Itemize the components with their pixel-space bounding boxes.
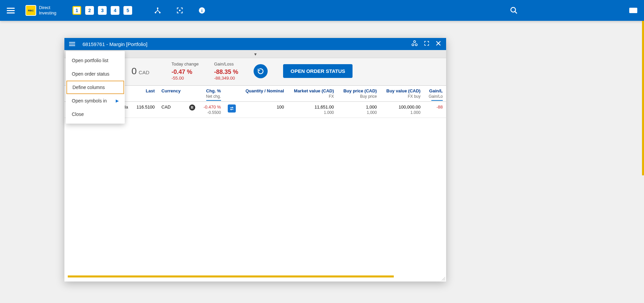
svg-line-7: [515, 11, 517, 13]
portfolio-value-currency: CAD: [139, 70, 150, 75]
workspace-2[interactable]: 2: [85, 6, 94, 15]
open-order-status-button[interactable]: OPEN ORDER STATUS: [283, 64, 353, 78]
col-bp[interactable]: Buy price (CAD)Buy price: [337, 86, 380, 102]
submenu-arrow-icon: ▶: [116, 98, 119, 103]
rbc-logo: RBC: [25, 5, 36, 16]
close-icon[interactable]: [435, 40, 441, 48]
brand-block: RBC Direct Investing: [25, 5, 56, 16]
menu-close[interactable]: Close: [66, 107, 125, 121]
svg-point-6: [511, 7, 516, 12]
fullscreen-icon[interactable]: [424, 41, 429, 47]
cell-bp: 1,0001,000: [337, 102, 380, 118]
today-change-pct: -0.47 %: [171, 69, 199, 76]
realtime-badge-icon: R: [189, 104, 195, 111]
workspace-1[interactable]: 1: [72, 6, 81, 15]
col-currency[interactable]: Currency: [158, 86, 185, 102]
scrollbar-horizontal[interactable]: [68, 275, 394, 277]
menu-open-symbols-in[interactable]: Open symbols in ▶: [66, 94, 125, 107]
search-icon[interactable]: [510, 6, 518, 14]
cell-qty: 100: [239, 102, 287, 118]
col-gl[interactable]: Gain/LGain/Lo: [424, 86, 446, 102]
brand-line2: Investing: [39, 10, 56, 16]
svg-point-10: [415, 44, 417, 46]
swap-icon[interactable]: [228, 104, 236, 113]
col-chg[interactable]: Chg. % Net chg.: [199, 86, 224, 102]
cell-gl: -88: [424, 102, 446, 118]
cell-badge: R: [186, 102, 199, 118]
workspace-switcher: 1 2 3 4 5: [72, 6, 132, 15]
refresh-button[interactable]: [254, 64, 268, 78]
gain-loss-label: Gain/Loss: [214, 61, 238, 67]
window-title: 68159761 - Margin [Portfolio]: [83, 41, 147, 47]
today-change-label: Today change: [171, 61, 199, 67]
cell-chg: -0.470 % -0.5500: [199, 102, 224, 118]
window-context-menu: Open portfolio list Open order status De…: [66, 51, 125, 124]
col-bv[interactable]: Buy value (CAD)FX buy: [380, 86, 424, 102]
selection-marker-right: [642, 21, 644, 175]
col-qty[interactable]: Quantity / Nominal: [239, 86, 287, 102]
app-topbar: RBC Direct Investing 1 2 3 4 5 i: [0, 0, 644, 21]
svg-point-0: [157, 7, 159, 9]
chevron-down-icon[interactable]: ▾: [254, 51, 257, 57]
today-change-block: Today change -0.47 % -55.00: [171, 61, 199, 81]
info-icon[interactable]: i: [198, 6, 206, 14]
menu-open-portfolio-list[interactable]: Open portfolio list: [66, 54, 125, 67]
gain-loss-block: Gain/Loss -88.35 % -88,349.00: [214, 61, 238, 81]
workspace-5[interactable]: 5: [123, 6, 132, 15]
cell-bv: 100,000.001.000: [380, 102, 424, 118]
menu-open-order-status[interactable]: Open order status: [66, 67, 125, 81]
col-last[interactable]: Last: [131, 86, 158, 102]
main-menu-icon[interactable]: [7, 6, 16, 15]
topbar-right: [510, 6, 637, 14]
cell-swap[interactable]: [224, 102, 239, 118]
svg-text:i: i: [201, 8, 203, 13]
window-titlebar[interactable]: 68159761 - Margin [Portfolio]: [64, 38, 446, 50]
brand-line1: Direct: [39, 5, 56, 10]
gain-loss-abs: -88,349.00: [214, 76, 238, 81]
today-change-abs: -55.00: [171, 76, 199, 81]
brand-text: Direct Investing: [39, 5, 56, 15]
window-menu-icon[interactable]: [69, 42, 76, 46]
workspace-4[interactable]: 4: [111, 6, 119, 15]
cell-currency: CAD: [158, 102, 185, 118]
window-indicator-icon[interactable]: [629, 8, 637, 13]
gain-loss-pct: -88.35 %: [214, 69, 238, 76]
cell-last: 116.5100: [131, 102, 158, 118]
workspace-3[interactable]: 3: [98, 6, 107, 15]
portfolio-value: 0 CAD: [131, 66, 149, 77]
hierarchy-icon[interactable]: [154, 6, 162, 14]
svg-line-15: [444, 280, 445, 280]
svg-point-3: [179, 10, 180, 11]
focus-icon[interactable]: [176, 6, 184, 14]
portfolio-value-number: 0: [131, 66, 137, 77]
svg-point-9: [412, 44, 414, 46]
resize-grip-icon[interactable]: [441, 276, 445, 281]
cell-mv: 11,651.001.000: [287, 102, 337, 118]
menu-define-columns[interactable]: Define columns: [66, 81, 124, 94]
topbar-tool-icons: i: [154, 6, 206, 14]
col-mv[interactable]: Market value (CAD)FX: [287, 86, 337, 102]
svg-point-8: [414, 41, 416, 43]
link-windows-icon[interactable]: [411, 40, 418, 48]
